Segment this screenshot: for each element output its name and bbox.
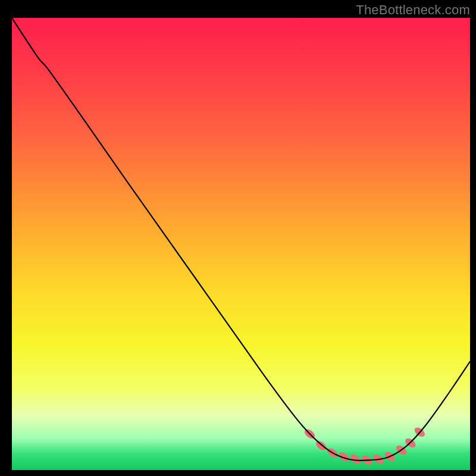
bottleneck-chart [0,0,476,476]
attribution-text: TheBottleneck.com [356,2,470,18]
chart-container: TheBottleneck.com [0,0,476,476]
chart-background [12,18,470,470]
